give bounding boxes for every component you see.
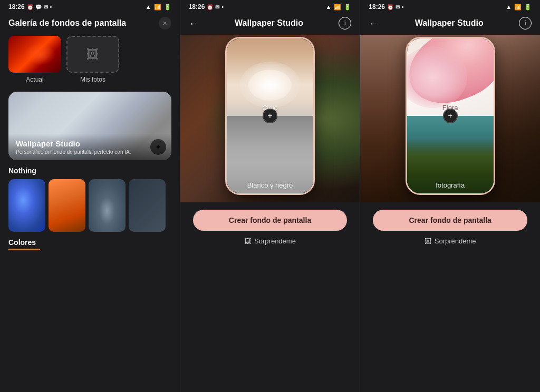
status-left-2: 18:26 ⏰ ✉ •	[189, 3, 224, 11]
mail-icon-3: ✉	[396, 4, 400, 10]
wifi-icon-3: ▲	[506, 4, 512, 10]
nothing-wallpaper-grid	[0, 179, 180, 232]
screens-container: 18:26 ⏰ 💬 ✉ • ▲ 📶 🔋 Galería de fondos de…	[0, 0, 540, 392]
phone-top-sky: Cielo	[227, 38, 313, 116]
nav-bar-3: ← Wallpaper Studio i	[360, 13, 540, 35]
back-button-2[interactable]: ←	[189, 17, 199, 30]
phone-top-flora: Flora	[407, 38, 494, 116]
cloud-2	[248, 70, 292, 101]
nav-title-3: Wallpaper Studio	[415, 18, 484, 28]
current-wallpaper-item[interactable]: Actual	[8, 36, 61, 83]
nothing-section-title: Nothing	[0, 160, 180, 179]
create-wallpaper-button-3[interactable]: Crear fondo de pantalla	[373, 210, 527, 231]
surprise-icon-2: 🖼	[244, 237, 251, 245]
alarm-icon-1: ⏰	[27, 4, 33, 10]
screen-3: 18:26 ⏰ ✉ • ▲ 📶 🔋 ← Wallpaper Studio i	[360, 0, 540, 392]
wallpaper-studio-card[interactable]: Wallpaper Studio Personalice un fondo de…	[8, 92, 171, 160]
surprise-label-2: Sorpréndeme	[254, 237, 296, 245]
close-icon: ×	[163, 19, 167, 27]
mail-icon-1: ✉	[44, 4, 48, 10]
phone-divider-button-2[interactable]: +	[263, 109, 277, 123]
gallery-title: Galería de fondos de pantalla	[8, 18, 126, 28]
info-button-3[interactable]: i	[519, 17, 532, 30]
phone-divider-button-3[interactable]: +	[443, 109, 458, 123]
time-2: 18:26	[189, 3, 205, 11]
signal-icon-3: 📶	[514, 4, 522, 11]
nav-title-2: Wallpaper Studio	[235, 18, 303, 28]
current-wallpaper-label: Actual	[26, 76, 43, 83]
phone-mockup-3: Flora + fotografía	[406, 37, 495, 195]
close-button[interactable]: ×	[159, 17, 171, 30]
ws-card-description: Personalice un fondo de pantalla perfect…	[16, 149, 164, 155]
battery-icon-2: 🔋	[344, 4, 351, 11]
alarm-icon-3: ⏰	[387, 4, 393, 10]
ws-card-title: Wallpaper Studio	[16, 139, 164, 148]
time-3: 18:26	[369, 3, 385, 11]
signal-icon-2: 📶	[334, 4, 341, 11]
surprise-label-3: Sorpréndeme	[435, 237, 476, 245]
status-left-3: 18:26 ⏰ ✉ •	[369, 3, 403, 11]
nothing-wp-2[interactable]	[49, 179, 85, 232]
status-left-1: 18:26 ⏰ 💬 ✉ •	[8, 3, 52, 11]
gallery-header: Galería de fondos de pantalla ×	[0, 13, 180, 36]
alarm-icon-2: ⏰	[207, 4, 213, 10]
my-photos-item[interactable]: 🖼 Mis fotos	[66, 36, 119, 83]
my-photos-label: Mis fotos	[80, 76, 105, 83]
signal-icon-1: 📶	[154, 4, 161, 11]
wifi-icon-2: ▲	[325, 4, 331, 10]
plus-icon-2: +	[267, 111, 272, 121]
nav-bar-2: ← Wallpaper Studio i	[180, 13, 360, 35]
msg-icon-1: 💬	[35, 4, 42, 10]
current-wallpaper-thumb	[8, 36, 61, 73]
my-photos-thumb: 🖼	[66, 36, 119, 73]
foto-label: fotografía	[407, 181, 494, 189]
dot-icon-1: •	[50, 4, 52, 10]
surprise-button-3[interactable]: 🖼 Sorpréndeme	[360, 234, 540, 248]
status-bar-1: 18:26 ⏰ 💬 ✉ • ▲ 📶 🔋	[0, 0, 180, 13]
status-right-2: ▲ 📶 🔋	[325, 4, 351, 11]
back-button-3[interactable]: ←	[369, 17, 379, 30]
sparkle-icon: ✦	[155, 143, 161, 151]
phone-bottom-foto: fotografía	[407, 116, 494, 193]
wifi-icon-1: ▲	[146, 4, 151, 10]
status-bar-3: 18:26 ⏰ ✉ • ▲ 📶 🔋	[360, 0, 540, 13]
screen-2: 18:26 ⏰ ✉ • ▲ 📶 🔋 ← Wallpaper Studio i	[180, 0, 360, 392]
bw-label: Blanco y negro	[227, 181, 313, 189]
info-button-2[interactable]: i	[339, 17, 351, 30]
thumbnail-row: Actual 🖼 Mis fotos	[0, 36, 180, 92]
battery-icon-3: 🔋	[524, 4, 532, 11]
surprise-button-2[interactable]: 🖼 Sorpréndeme	[180, 234, 360, 248]
dot-icon-2: •	[221, 4, 224, 10]
battery-icon-1: 🔋	[164, 4, 171, 11]
surprise-icon-3: 🖼	[425, 237, 431, 245]
phone-area-3: Flora + fotografía	[360, 35, 540, 202]
ws-sparkle-button[interactable]: ✦	[150, 139, 166, 155]
status-right-1: ▲ 📶 🔋	[146, 4, 171, 11]
nothing-wp-3[interactable]	[89, 179, 126, 232]
nothing-wp-1[interactable]	[8, 179, 45, 232]
colors-underline	[8, 249, 40, 250]
screen-1: 18:26 ⏰ 💬 ✉ • ▲ 📶 🔋 Galería de fondos de…	[0, 0, 180, 392]
colors-section-title: Colores	[0, 232, 180, 247]
dot-icon-3: •	[402, 4, 404, 10]
mail-icon-2: ✉	[215, 4, 219, 10]
create-wallpaper-button-2[interactable]: Crear fondo de pantalla	[193, 210, 348, 231]
phone-mockup-2: Cielo + Blanco y negro	[225, 37, 315, 195]
time-1: 18:26	[8, 3, 25, 11]
plus-icon-3: +	[448, 111, 452, 121]
phone-bottom-bw: Blanco y negro	[227, 116, 313, 193]
status-right-3: ▲ 📶 🔋	[506, 4, 532, 11]
phone-area-2: Cielo + Blanco y negro	[180, 35, 360, 202]
ws-card-overlay: Wallpaper Studio Personalice un fondo de…	[8, 134, 171, 160]
nothing-wp-4[interactable]	[129, 179, 166, 232]
status-bar-2: 18:26 ⏰ ✉ • ▲ 📶 🔋	[180, 0, 360, 13]
